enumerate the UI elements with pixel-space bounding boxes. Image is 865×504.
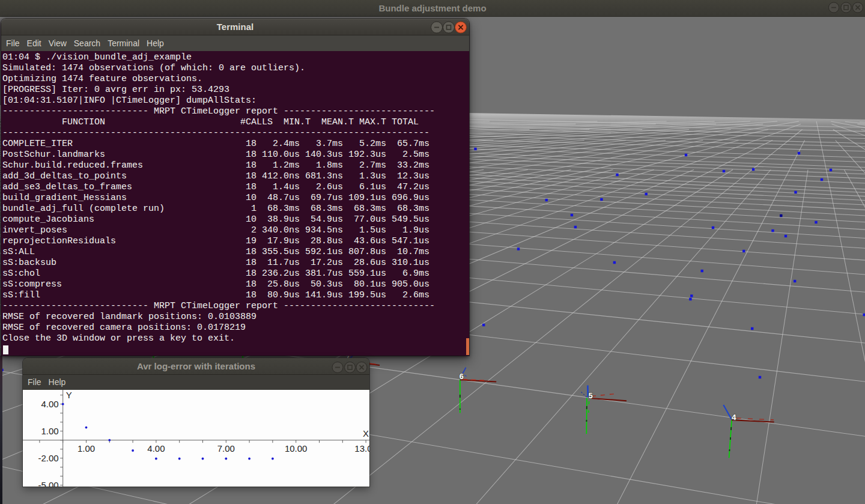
svg-text:1.00: 1.00 (77, 443, 95, 454)
svg-text:6: 6 (460, 372, 464, 381)
svg-text:Y: Y (66, 390, 72, 400)
svg-text:-2.00: -2.00 (38, 453, 58, 463)
svg-text:10.00: 10.00 (285, 443, 308, 454)
svg-text:4: 4 (732, 413, 736, 422)
svg-text:1.00: 1.00 (41, 426, 58, 436)
svg-text:13.00: 13.00 (354, 443, 369, 454)
svg-text:4.00: 4.00 (41, 399, 58, 409)
svg-text:7.00: 7.00 (217, 443, 235, 454)
svg-text:X: X (363, 428, 369, 439)
svg-text:5: 5 (589, 392, 593, 400)
svg-text:4.00: 4.00 (147, 443, 165, 454)
svg-text:-5.00: -5.00 (38, 480, 58, 487)
